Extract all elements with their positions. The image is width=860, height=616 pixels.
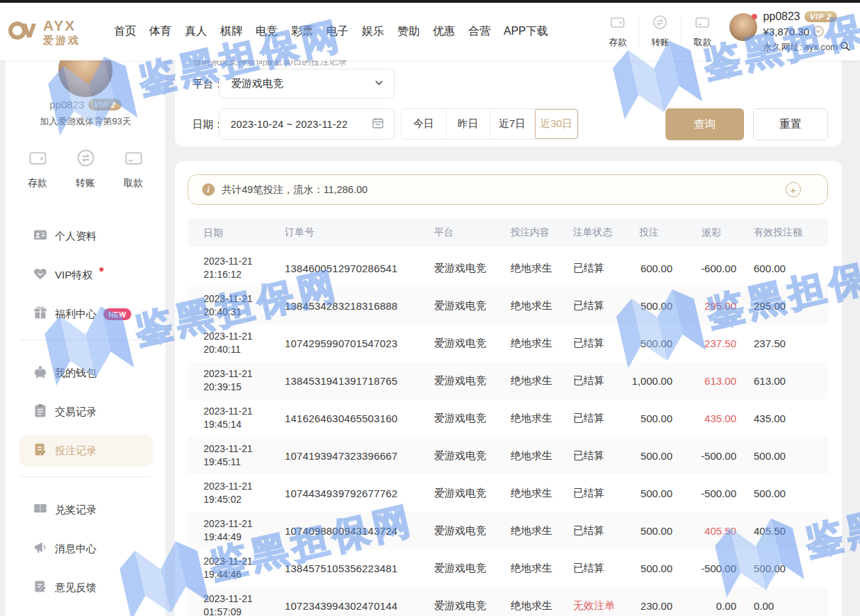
cell-order-number: 1074434939792677762 [281,488,427,499]
nav-item-live[interactable]: 真人 [185,24,207,39]
brand-logo[interactable]: AYX 爱游戏 [8,18,114,46]
cell-date: 2023-11-2120:40:31 [188,292,281,319]
withdraw-icon [124,149,143,170]
col-header-content: 投注内容 [504,226,565,239]
vip-red-dot [99,267,104,272]
cell-platform: 爱游戏电竞 [427,337,504,350]
join-days-text: 加入爱游戏体育第93天 [6,115,165,128]
nav-item-entertainment[interactable]: 娱乐 [362,24,384,39]
sidebar-transfer-button[interactable]: 转账 [76,149,95,190]
deposit-icon [602,15,634,33]
sidebar-item-transactions[interactable]: 交易记录 [6,396,165,428]
cell-bet-content: 绝地求生 [504,299,565,313]
nav-item-lottery[interactable]: 彩票 [291,24,313,39]
cell-bet-content: 绝地求生 [504,599,565,613]
account-sidebar: pp0823 VIP 2 加入爱游戏体育第93天 存款 转账 取款 个人资料 V… [6,60,165,616]
date-range-value: 2023-10-24 ~ 2023-11-22 [231,119,372,130]
nav-item-slots[interactable]: 电子 [326,24,349,39]
transfer-icon [76,149,95,170]
cell-bet-amount: 500.00 [631,413,693,424]
sidebar-quick-actions: 存款 转账 取款 [6,149,165,190]
nav-item-esports[interactable]: 电竞 [256,24,278,39]
cell-date: 2023-11-2119:45:14 [188,405,281,431]
username[interactable]: pp0823 [763,11,800,22]
cell-bet-content: 绝地求生 [504,524,565,538]
user-account-area: pp0823 VIP 2 ¥3,870.30 永久网址: ayx.com [729,11,850,53]
browser-top-strip [0,0,860,3]
cell-payout: -600.00 [693,263,754,274]
sidebar-item-redeem[interactable]: 兑奖记录 [6,494,165,526]
summary-bar: i 共计49笔投注，流水：11,286.00 + [188,174,828,205]
col-header-status: 注单状态 [565,226,631,239]
cell-payout: -500.00 [693,563,754,574]
col-header-platform: 平台 [427,226,504,239]
platform-select[interactable]: 爱游戏电竞 [219,69,395,99]
reset-button[interactable]: 重置 [753,108,828,140]
nav-item-sports[interactable]: 体育 [149,24,172,39]
top-navigation-bar: AYX 爱游戏 首页 体育 真人 棋牌 电竞 彩票 电子 娱乐 赞助 优惠 合营… [0,3,860,60]
col-header-bet: 投注 [631,226,693,239]
sidebar-item-welfare[interactable]: 福利中心 NEW [6,298,165,330]
sidebar-deposit-button[interactable]: 存款 [28,149,47,190]
cell-bet-amount: 500.00 [631,563,693,574]
sidebar-divider [19,340,151,340]
cell-platform: 爱游戏电竞 [427,449,504,463]
cell-date: 2023-11-2120:40:11 [188,330,281,356]
refresh-balance-icon[interactable] [813,26,824,38]
user-avatar[interactable] [729,13,757,41]
sidebar-withdraw-button[interactable]: 取款 [124,149,143,190]
cell-platform: 爱游戏电竞 [427,374,504,388]
col-header-valid: 有效投注额 [754,226,828,239]
sidebar-item-profile[interactable]: 个人资料 [6,220,165,252]
ticket-icon [33,501,48,519]
col-header-date: 日期 [188,226,281,240]
nav-item-sponsor[interactable]: 赞助 [397,24,420,39]
nav-item-promo[interactable]: 优惠 [433,24,455,39]
sidebar-vip-badge: VIP 2 [88,99,122,110]
range-yesterday-button[interactable]: 昨日 [446,109,490,139]
sidebar-item-wallet[interactable]: 我的钱包 [6,357,165,389]
balance-amount: ¥3,870.30 [763,26,809,37]
cell-order-number: 1384534283218316888 [281,300,427,312]
cell-payout: 295.00 [693,300,754,312]
cell-platform: 爱游戏电竞 [427,262,504,275]
sidebar-item-feedback[interactable]: 意见反馈 [6,572,165,603]
nav-quick-actions: 存款 转账 取款 [602,15,718,49]
cell-platform: 爱游戏电竞 [427,487,504,500]
sidebar-item-bet-records[interactable]: 投注记录 [19,435,153,467]
deposit-button[interactable]: 存款 [602,15,634,49]
table-row: 2023-11-2101:57:09 1072343994302470144 爱… [188,587,828,616]
cell-date: 2023-11-2121:16:12 [188,255,281,281]
cell-status: 无效注单 [565,599,631,613]
query-range-tip: 当前系统支持查询最近30日的投注记录 [192,60,347,68]
transfer-button[interactable]: 转账 [644,15,676,49]
piggy-bank-icon [33,364,48,382]
cell-platform: 爱游戏电竞 [427,599,504,613]
cell-date: 2023-11-2119:45:11 [188,442,281,469]
nav-item-partner[interactable]: 合营 [468,24,490,39]
sidebar-item-vip[interactable]: VIP特权 [6,259,165,291]
cell-platform: 爱游戏电竞 [427,299,504,313]
cell-order-number: 1384575105356223481 [281,563,427,574]
cell-bet-amount: 500.00 [631,488,693,499]
cell-bet-content: 绝地求生 [504,449,565,463]
sidebar-item-messages[interactable]: 消息中心 [6,533,165,565]
cell-bet-amount: 500.00 [631,525,693,537]
range-today-button[interactable]: 今日 [402,109,446,139]
query-button[interactable]: 查询 [665,108,744,140]
search-icon[interactable] [840,41,850,53]
withdraw-button[interactable]: 取款 [686,15,718,49]
expand-plus-icon[interactable]: + [786,182,801,197]
range-7days-button[interactable]: 近7日 [490,109,534,139]
range-30days-button[interactable]: 近30日 [534,109,579,139]
cell-order-number: 1074193947323396667 [281,450,427,462]
cell-status: 已结算 [565,337,631,350]
table-row: 2023-11-2120:40:31 1384534283218316888 爱… [188,287,828,324]
table-row: 2023-11-2119:45:11 1074193947323396667 爱… [188,437,828,474]
date-range-input[interactable]: 2023-10-24 ~ 2023-11-22 [219,108,395,140]
nav-item-app-download[interactable]: APP下载 [504,24,548,39]
cell-order-number: 1416264630465503160 [281,413,427,424]
clipboard-icon [33,403,48,421]
nav-item-chess[interactable]: 棋牌 [220,24,242,39]
nav-item-home[interactable]: 首页 [114,24,136,39]
